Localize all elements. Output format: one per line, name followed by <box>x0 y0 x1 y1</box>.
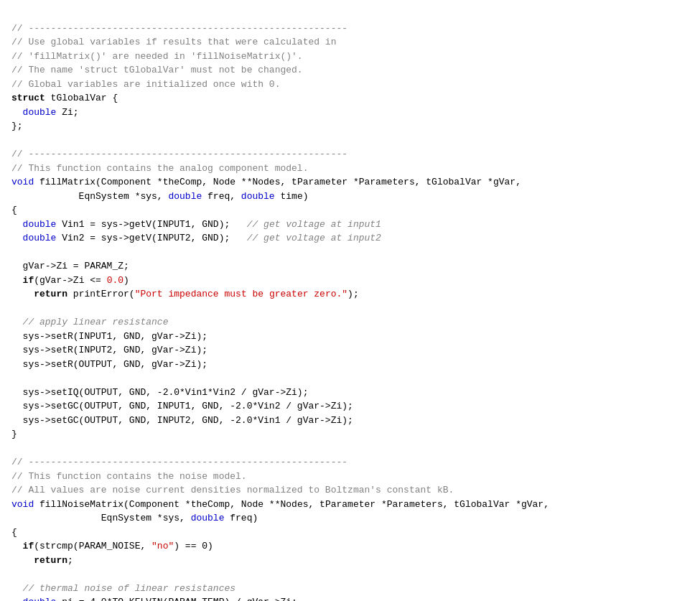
type: double <box>23 597 57 601</box>
normal: Vin1 = sys->getV(INPUT1, GND); <box>56 219 246 230</box>
line-4: // The name 'struct tGlobalVar' must not… <box>11 65 303 75</box>
line-6: struct tGlobalVar { <box>11 93 118 103</box>
normal: ; <box>67 555 73 566</box>
normal: EqnSystem *sys, <box>11 513 191 523</box>
line-23: sys->setR(INPUT1, GND, gVar->Zi); <box>11 331 207 342</box>
type: double <box>241 191 275 202</box>
normal: fillNoiseMatrix(Component *theComp, Node… <box>34 499 549 510</box>
line-12: void fillMatrix(Component *theComp, Node… <box>11 177 521 187</box>
line-42: double ni = 4.0*TO_KELVIN(PARAM_TEMP) / … <box>11 597 297 601</box>
comment: // -------------------------------------… <box>11 23 347 34</box>
line-28: sys->setGC(OUTPUT, GND, INPUT1, GND, -2.… <box>11 401 353 411</box>
normal: freq, <box>202 191 241 202</box>
comment: // 'fillMatrix()' are needed in 'fillNoi… <box>11 51 303 62</box>
normal <box>11 597 23 601</box>
line-33: // This function contains the noise mode… <box>11 471 247 482</box>
normal: (strcmp(PARAM_NOISE, <box>34 541 151 551</box>
string: "no" <box>151 541 174 551</box>
normal <box>11 289 34 299</box>
line-18: gVar->Zi = PARAM_Z; <box>11 261 129 271</box>
type: double <box>23 219 57 230</box>
normal <box>11 219 23 230</box>
normal: sys->setGC(OUTPUT, GND, INPUT1, GND, -2.… <box>11 401 353 411</box>
type: void <box>11 177 34 187</box>
normal <box>11 541 23 551</box>
code-editor: // -------------------------------------… <box>11 7 689 601</box>
line-7: double Zi; <box>11 107 79 118</box>
normal: ) <box>123 275 129 286</box>
normal: sys->setR(OUTPUT, GND, gVar->Zi); <box>11 359 207 370</box>
line-2: // Use global variables if results that … <box>11 37 336 47</box>
normal <box>11 233 23 243</box>
normal: { <box>11 205 17 215</box>
normal: } <box>11 429 17 439</box>
normal: { <box>11 527 17 538</box>
keyword: return <box>34 555 67 566</box>
italic-comment: // apply linear resistance <box>11 317 168 327</box>
line-34: // All values are noise current densitie… <box>11 485 454 495</box>
line-39: return; <box>11 555 73 566</box>
line-20: return printError("Port impedance must b… <box>11 289 359 299</box>
line-41: // thermal noise of linear resistances <box>11 583 235 594</box>
normal: Vin2 = sys->getV(INPUT2, GND); <box>56 233 246 243</box>
line-1: // -------------------------------------… <box>11 23 347 34</box>
line-27: sys->setIQ(OUTPUT, GND, -2.0*Vin1*Vin2 /… <box>11 387 308 398</box>
line-25: sys->setR(OUTPUT, GND, gVar->Zi); <box>11 359 207 370</box>
italic-comment: // get voltage at input2 <box>247 233 381 243</box>
line-37: { <box>11 527 17 538</box>
line-24: sys->setR(INPUT2, GND, gVar->Zi); <box>11 345 207 355</box>
line-32: // -------------------------------------… <box>11 457 347 467</box>
line-11: // This function contains the analog com… <box>11 163 308 174</box>
line-5: // Global variables are initialized once… <box>11 79 280 90</box>
line-35: void fillNoiseMatrix(Component *theComp,… <box>11 499 549 510</box>
line-14: { <box>11 205 17 215</box>
line-16: double Vin2 = sys->getV(INPUT2, GND); //… <box>11 233 381 243</box>
normal: Zi; <box>56 107 78 118</box>
keyword: return <box>34 289 67 299</box>
type: double <box>168 191 202 202</box>
normal: printError( <box>67 289 135 299</box>
normal <box>11 555 34 566</box>
normal: (gVar->Zi <= <box>34 275 106 286</box>
normal: sys->setR(INPUT2, GND, gVar->Zi); <box>11 345 207 355</box>
line-38: if(strcmp(PARAM_NOISE, "no") == 0) <box>11 541 213 551</box>
normal: sys->setIQ(OUTPUT, GND, -2.0*Vin1*Vin2 /… <box>11 387 308 398</box>
normal: ); <box>347 289 359 299</box>
line-36: EqnSystem *sys, double freq) <box>11 513 258 523</box>
keyword: if <box>23 275 34 286</box>
comment: // This function contains the analog com… <box>11 163 308 174</box>
normal: tGlobalVar { <box>45 93 118 103</box>
line-3: // 'fillMatrix()' are needed in 'fillNoi… <box>11 51 303 62</box>
normal: }; <box>11 121 23 131</box>
comment: // This function contains the noise mode… <box>11 471 247 482</box>
comment: // Use global variables if results that … <box>11 37 336 47</box>
normal: sys->setR(INPUT1, GND, gVar->Zi); <box>11 331 207 342</box>
comment: // All values are noise current densitie… <box>11 485 454 495</box>
keyword: struct <box>11 93 45 103</box>
normal: freq) <box>224 513 258 523</box>
comment: // -------------------------------------… <box>11 149 347 159</box>
normal <box>11 275 23 286</box>
line-13: EqnSystem *sys, double freq, double time… <box>11 191 308 202</box>
normal <box>11 107 23 118</box>
italic-comment: // get voltage at input1 <box>247 219 381 230</box>
type: double <box>23 107 57 118</box>
line-19: if(gVar->Zi <= 0.0) <box>11 275 129 286</box>
comment: // The name 'struct tGlobalVar' must not… <box>11 65 303 75</box>
comment: // -------------------------------------… <box>11 457 347 467</box>
type: double <box>23 233 57 243</box>
normal: EqnSystem *sys, <box>11 191 168 202</box>
normal: fillMatrix(Component *theComp, Node **No… <box>34 177 521 187</box>
line-10: // -------------------------------------… <box>11 149 347 159</box>
line-22: // apply linear resistance <box>11 317 168 327</box>
normal: gVar->Zi = PARAM_Z; <box>11 261 129 271</box>
type: void <box>11 499 34 510</box>
line-29: sys->setGC(OUTPUT, GND, INPUT2, GND, -2.… <box>11 415 353 426</box>
string: 0.0 <box>107 275 123 286</box>
italic-comment: // thermal noise of linear resistances <box>11 583 235 594</box>
type: double <box>191 513 225 523</box>
keyword: if <box>23 541 34 551</box>
normal: sys->setGC(OUTPUT, GND, INPUT2, GND, -2.… <box>11 415 353 426</box>
normal: ni = 4.0*TO_KELVIN(PARAM_TEMP) / gVar->Z… <box>56 597 297 601</box>
line-8: }; <box>11 121 23 131</box>
